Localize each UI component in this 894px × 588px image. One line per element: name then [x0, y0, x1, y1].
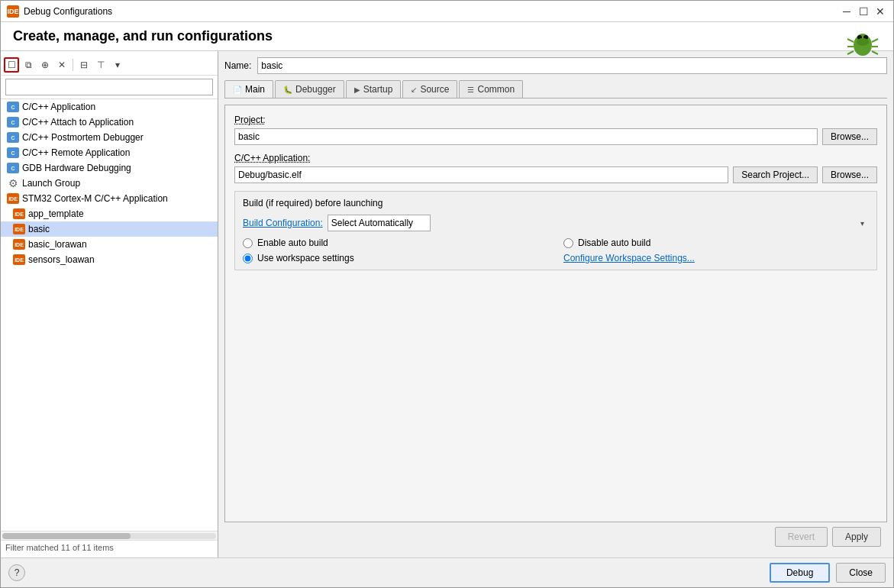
- apply-button[interactable]: Apply: [832, 527, 881, 547]
- main-content: ☐ ⧉ ⊕ ✕ ⊟ ⊤ ▾ C C/C++ Application C: [1, 51, 893, 557]
- enable-auto-build-radio[interactable]: [243, 238, 253, 248]
- tree-label: C/C++ Application: [22, 102, 95, 112]
- tab-main-label: Main: [245, 84, 265, 95]
- filter-button[interactable]: ⊤: [93, 57, 108, 73]
- cdt-icon: C: [7, 162, 19, 174]
- dialog-footer: ? Debug Close: [1, 557, 893, 587]
- sidebar-toolbar: ☐ ⧉ ⊕ ✕ ⊟ ⊤ ▾: [1, 54, 218, 76]
- radio-grid: Enable auto build Disable auto build Use…: [243, 237, 869, 263]
- project-row: Browse...: [234, 128, 877, 145]
- new-from-proto-button[interactable]: ⊕: [37, 57, 53, 73]
- tree-label: basic_lorawan: [28, 239, 87, 250]
- window-title: Debug Configurations: [24, 6, 840, 17]
- disable-auto-build-row: Disable auto build: [563, 237, 869, 248]
- ide-icon: IDE: [13, 254, 25, 266]
- tab-bar: 📄 Main 🐛 Debugger ▶ Startup ↙ Source ☰: [224, 80, 887, 99]
- use-workspace-row: Use workspace settings: [243, 253, 548, 263]
- tab-debugger[interactable]: 🐛 Debugger: [275, 80, 344, 98]
- app-row: Search Project... Browse...: [234, 166, 877, 183]
- right-panel: Name: 📄 Main 🐛 Debugger ▶ Startup ↙: [218, 51, 893, 557]
- close-window-button[interactable]: ✕: [873, 5, 887, 18]
- revert-button[interactable]: Revert: [775, 527, 828, 547]
- build-config-row: Build Configuration: Select Automaticall…: [243, 215, 869, 231]
- filter-dropdown-button[interactable]: ▾: [110, 57, 125, 73]
- project-label: Project:: [234, 115, 877, 125]
- disable-auto-build-label: Disable auto build: [578, 237, 650, 248]
- debugger-tab-icon: 🐛: [283, 86, 292, 94]
- build-title: Build (if required) before launching: [243, 198, 869, 208]
- app-input[interactable]: [234, 166, 728, 183]
- debug-configurations-window: IDE Debug Configurations ─ ☐ ✕ Create, m…: [0, 0, 894, 588]
- use-workspace-radio[interactable]: [243, 254, 253, 263]
- build-config-link[interactable]: Build Configuration:: [243, 218, 323, 228]
- bottom-buttons: Revert Apply: [224, 522, 887, 551]
- window-subtitle: Create, manage, and run configurations: [13, 28, 881, 44]
- tab-main[interactable]: 📄 Main: [224, 80, 273, 98]
- new-config-button[interactable]: ☐: [4, 57, 19, 73]
- collapse-button[interactable]: ⊟: [76, 57, 92, 73]
- tree-label: GDB Hardware Debugging: [22, 163, 131, 173]
- tab-source[interactable]: ↙ Source: [402, 80, 457, 98]
- common-tab-icon: ☰: [467, 86, 474, 94]
- app-label: C/C++ Application:: [234, 153, 877, 163]
- name-input[interactable]: [257, 57, 887, 74]
- sidebar-scrollbar[interactable]: [1, 531, 218, 540]
- tree-item-stm32[interactable]: IDE STM32 Cortex-M C/C++ Application: [1, 191, 218, 206]
- tab-common-label: Common: [477, 84, 515, 95]
- disable-auto-build-radio[interactable]: [563, 238, 573, 248]
- tree-item-sensors-loawan[interactable]: IDE sensors_loawan: [1, 252, 218, 267]
- title-bar: IDE Debug Configurations ─ ☐ ✕: [1, 1, 893, 22]
- use-workspace-label: Use workspace settings: [257, 253, 354, 263]
- tab-common[interactable]: ☰ Common: [459, 80, 523, 98]
- close-button[interactable]: Close: [836, 563, 886, 583]
- tree-label: C/C++ Postmortem Debugger: [22, 132, 144, 143]
- svg-line-9: [872, 51, 878, 54]
- toolbar-separator: [73, 59, 73, 71]
- sidebar: ☐ ⧉ ⊕ ✕ ⊟ ⊤ ▾ C C/C++ Application C: [1, 51, 218, 557]
- configure-workspace-link[interactable]: Configure Workspace Settings...: [563, 253, 695, 263]
- search-input[interactable]: [5, 79, 213, 95]
- tree-item-cpp-remote[interactable]: C C/C++ Remote Application: [1, 145, 218, 160]
- minimize-button[interactable]: ─: [840, 5, 854, 18]
- maximize-button[interactable]: ☐: [857, 5, 870, 18]
- search-project-button[interactable]: Search Project...: [733, 166, 818, 183]
- svg-line-4: [847, 39, 854, 42]
- app-browse-button[interactable]: Browse...: [822, 166, 877, 183]
- tree-label: C/C++ Attach to Application: [22, 117, 134, 128]
- cdt-icon: C: [7, 116, 19, 128]
- tree-item-cpp-attach[interactable]: C C/C++ Attach to Application: [1, 115, 218, 130]
- project-browse-button[interactable]: Browse...: [822, 128, 877, 145]
- scrollbar-thumb: [2, 533, 131, 539]
- tree-label: Launch Group: [22, 178, 80, 189]
- tree-item-launch-group[interactable]: ⚙ Launch Group: [1, 176, 218, 191]
- tab-source-label: Source: [420, 84, 449, 95]
- copy-config-button[interactable]: ⧉: [21, 57, 36, 73]
- ide-icon: IDE: [7, 192, 19, 205]
- delete-config-button[interactable]: ✕: [54, 57, 69, 73]
- svg-line-6: [847, 51, 854, 54]
- tab-startup[interactable]: ▶ Startup: [346, 80, 402, 98]
- sidebar-search-area: [1, 76, 218, 99]
- config-panel: Project: Browse... C/C++ Application: Se…: [224, 105, 887, 522]
- ide-icon: IDE: [13, 238, 25, 250]
- project-input[interactable]: [234, 128, 818, 145]
- tree-item-cpp-postmortem[interactable]: C C/C++ Postmortem Debugger: [1, 130, 218, 145]
- group-icon: ⚙: [7, 177, 19, 189]
- tree-item-cpp-app[interactable]: C C/C++ Application: [1, 99, 218, 115]
- tree-label: C/C++ Remote Application: [22, 147, 130, 158]
- startup-tab-icon: ▶: [354, 86, 360, 94]
- debug-button[interactable]: Debug: [770, 563, 830, 583]
- help-button[interactable]: ?: [8, 564, 25, 581]
- tree-item-app-template[interactable]: IDE app_template: [1, 206, 218, 221]
- build-config-select-wrapper: Select Automatically: [328, 215, 869, 231]
- tree-item-basic[interactable]: IDE basic: [1, 221, 218, 237]
- tree-label: basic: [28, 224, 50, 234]
- build-config-select[interactable]: Select Automatically: [328, 215, 431, 231]
- tree-label: sensors_loawan: [28, 254, 95, 265]
- ide-icon: IDE: [13, 208, 25, 220]
- svg-point-10: [857, 38, 869, 46]
- tree-item-basic-lorawan[interactable]: IDE basic_lorawan: [1, 237, 218, 252]
- tree-item-gdb-hw[interactable]: C GDB Hardware Debugging: [1, 160, 218, 176]
- project-group: Project: Browse...: [234, 115, 877, 145]
- cdt-icon: C: [7, 131, 19, 144]
